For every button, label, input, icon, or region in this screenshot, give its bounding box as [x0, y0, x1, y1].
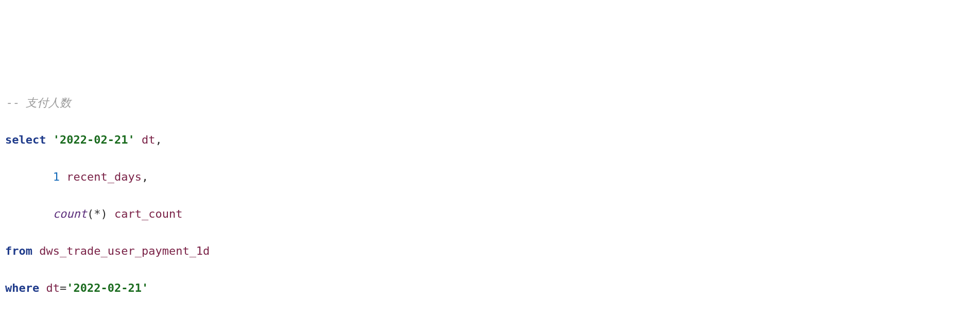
keyword-select: select	[5, 133, 46, 146]
code-line: 1 recent_days,	[5, 168, 975, 186]
string-literal: '2022-02-21'	[66, 282, 148, 294]
string-literal: '2022-02-21'	[53, 133, 135, 146]
identifier: dt	[46, 282, 60, 294]
code-line: select '2022-02-21' dt,	[5, 131, 975, 149]
code-line: from dws_trade_user_payment_1d	[5, 242, 975, 260]
sql-code-block: -- 支付人数 select '2022-02-21' dt, 1 recent…	[5, 75, 975, 316]
identifier: recent_days	[66, 170, 142, 183]
comment: -- 支付人数	[5, 96, 71, 109]
func-count: count	[53, 207, 87, 220]
code-line: -- 支付人数	[5, 94, 975, 112]
code-line: where dt='2022-02-21'	[5, 279, 975, 297]
number-literal: 1	[53, 170, 60, 183]
keyword-from: from	[5, 244, 32, 257]
identifier: dws_trade_user_payment_1d	[39, 244, 210, 257]
identifier: dt	[142, 133, 156, 146]
identifier: cart_count	[114, 207, 182, 220]
keyword-where: where	[5, 282, 39, 294]
code-line: count(*) cart_count	[5, 205, 975, 223]
